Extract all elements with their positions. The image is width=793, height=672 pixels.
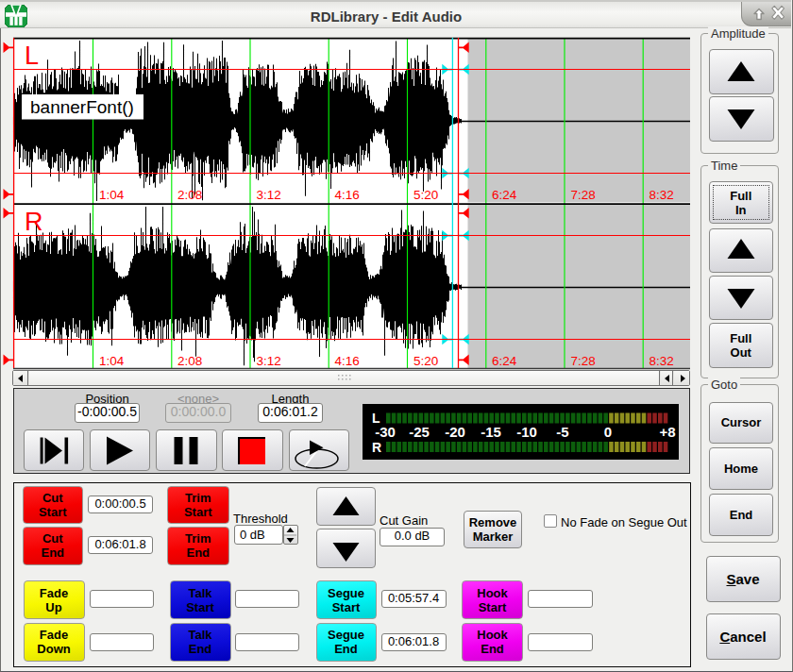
svg-text:-20: -20 [445, 424, 465, 440]
svg-text:-25: -25 [409, 424, 430, 440]
svg-text:R: R [25, 208, 43, 236]
svg-text:1:04: 1:04 [99, 354, 125, 368]
svg-text:3:12: 3:12 [257, 354, 281, 368]
svg-text:-15: -15 [481, 424, 501, 440]
svg-text:R: R [372, 439, 381, 454]
svg-text:0: 0 [604, 424, 612, 440]
svg-text:1:04: 1:04 [99, 188, 125, 202]
svg-text:4:16: 4:16 [335, 354, 360, 368]
svg-text:5:20: 5:20 [413, 354, 438, 368]
svg-text:+8: +8 [659, 424, 675, 440]
svg-text:3:12: 3:12 [257, 188, 281, 202]
svg-text:-10: -10 [516, 424, 537, 440]
svg-text:5:20: 5:20 [413, 188, 438, 202]
svg-text:4:16: 4:16 [335, 188, 360, 202]
svg-text:2:08: 2:08 [177, 354, 202, 368]
svg-text:2:08: 2:08 [177, 188, 202, 202]
svg-text:8:32: 8:32 [650, 354, 674, 368]
svg-text:bannerFont(): bannerFont() [30, 97, 134, 117]
svg-text:7:28: 7:28 [571, 354, 596, 368]
svg-text:7:28: 7:28 [571, 188, 596, 202]
svg-text:L: L [25, 42, 39, 70]
svg-text:8:32: 8:32 [650, 188, 674, 202]
svg-text:6:24: 6:24 [492, 354, 517, 368]
svg-text:-5: -5 [556, 424, 568, 440]
svg-text:6:24: 6:24 [492, 188, 517, 202]
svg-text:-30: -30 [375, 424, 396, 440]
